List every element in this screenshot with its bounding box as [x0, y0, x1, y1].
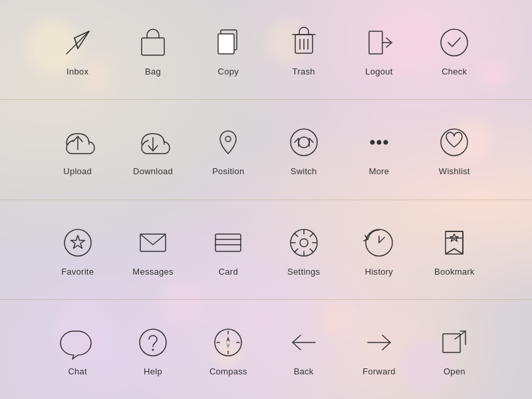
more-button[interactable]: More	[352, 122, 406, 176]
open-label: Open	[444, 366, 466, 376]
help-label: Help	[144, 366, 162, 376]
favorite-button[interactable]: Favorite	[51, 223, 104, 277]
compass-button[interactable]: Compass	[201, 323, 255, 376]
copy-label: Copy	[218, 66, 239, 76]
bag-label: Bag	[145, 66, 161, 76]
check-icon	[434, 23, 474, 63]
svg-marker-22	[70, 235, 84, 249]
download-button[interactable]: Download	[126, 122, 180, 176]
card-button[interactable]: Card	[201, 223, 255, 277]
svg-line-0	[66, 31, 89, 54]
chat-icon	[58, 323, 98, 362]
svg-rect-10	[369, 31, 382, 54]
bookmark-label: Bookmark	[434, 267, 475, 277]
wishlist-label: Wishlist	[439, 166, 470, 176]
favorite-label: Favorite	[61, 267, 94, 277]
inbox-icon	[58, 23, 98, 63]
forward-label: Forward	[362, 366, 396, 376]
inbox-label: Inbox	[66, 66, 88, 76]
svg-point-15	[225, 136, 231, 142]
messages-label: Messages	[132, 267, 173, 277]
check-button[interactable]: Check	[428, 23, 481, 76]
svg-line-33	[295, 233, 297, 236]
help-button[interactable]: Help	[126, 323, 180, 376]
chat-button[interactable]: Chat	[51, 323, 104, 376]
svg-marker-49	[226, 342, 230, 348]
icon-row-4: Chat Help	[0, 300, 532, 399]
history-label: History	[365, 267, 393, 277]
bag-button[interactable]: Bag	[126, 23, 180, 76]
forward-icon	[359, 323, 399, 362]
switch-icon	[284, 122, 324, 162]
svg-point-42	[152, 348, 154, 350]
bookmark-icon	[434, 223, 474, 263]
download-label: Download	[133, 166, 173, 176]
more-label: More	[369, 166, 390, 176]
svg-point-17	[370, 140, 374, 145]
help-icon	[133, 323, 173, 362]
bookmark-button[interactable]: Bookmark	[428, 223, 481, 277]
more-icon	[359, 122, 399, 162]
trash-label: Trash	[293, 66, 315, 76]
upload-button[interactable]: Upload	[51, 122, 104, 176]
switch-label: Switch	[291, 166, 317, 176]
settings-label: Settings	[287, 267, 320, 277]
svg-point-18	[376, 140, 381, 145]
svg-point-12	[441, 29, 467, 56]
inbox-button[interactable]: Inbox	[51, 23, 104, 76]
compass-icon	[208, 323, 248, 362]
svg-point-28	[300, 239, 308, 247]
open-icon	[434, 323, 474, 362]
svg-rect-2	[142, 38, 164, 55]
messages-icon	[133, 223, 173, 263]
compass-label: Compass	[209, 366, 247, 376]
card-label: Card	[219, 267, 238, 277]
bag-icon	[133, 23, 173, 63]
position-label: Position	[212, 166, 244, 176]
history-icon	[359, 223, 399, 263]
svg-point-21	[65, 229, 91, 256]
wishlist-button[interactable]: Wishlist	[428, 122, 481, 176]
copy-icon	[208, 23, 248, 63]
logout-label: Logout	[365, 66, 392, 76]
upload-label: Upload	[63, 166, 92, 176]
svg-line-34	[310, 249, 313, 251]
svg-point-41	[140, 329, 166, 356]
switch-button[interactable]: Switch	[277, 122, 331, 176]
icon-row-2: Upload Download Position	[0, 100, 532, 200]
favorite-icon	[58, 223, 98, 263]
messages-button[interactable]: Messages	[126, 223, 180, 277]
svg-marker-48	[226, 336, 230, 342]
svg-point-19	[383, 140, 388, 145]
history-button[interactable]: History	[352, 223, 406, 277]
svg-rect-24	[215, 234, 241, 251]
svg-line-35	[310, 233, 313, 236]
icon-grid: Inbox Bag Copy	[0, 0, 532, 399]
logout-icon	[359, 23, 399, 63]
download-icon	[133, 122, 173, 162]
position-button[interactable]: Position	[201, 122, 255, 176]
wishlist-icon	[434, 122, 474, 162]
upload-icon	[58, 122, 98, 162]
svg-rect-4	[218, 34, 234, 54]
trash-icon	[284, 23, 324, 63]
back-button[interactable]: Back	[277, 323, 331, 376]
settings-button[interactable]: Settings	[277, 223, 331, 277]
position-icon	[208, 122, 248, 162]
forward-button[interactable]: Forward	[352, 323, 406, 376]
check-label: Check	[442, 66, 467, 76]
open-button[interactable]: Open	[428, 323, 481, 376]
chat-label: Chat	[68, 366, 87, 376]
logout-button[interactable]: Logout	[352, 23, 406, 76]
icon-row-3: Favorite Messages Card	[0, 200, 532, 300]
card-icon	[208, 223, 248, 263]
back-icon	[284, 323, 324, 362]
trash-button[interactable]: Trash	[277, 23, 331, 76]
svg-point-20	[441, 129, 467, 156]
back-label: Back	[294, 366, 314, 376]
settings-icon	[284, 223, 324, 263]
copy-button[interactable]: Copy	[201, 23, 255, 76]
icon-row-1: Inbox Bag Copy	[0, 0, 532, 100]
svg-line-36	[295, 249, 297, 251]
